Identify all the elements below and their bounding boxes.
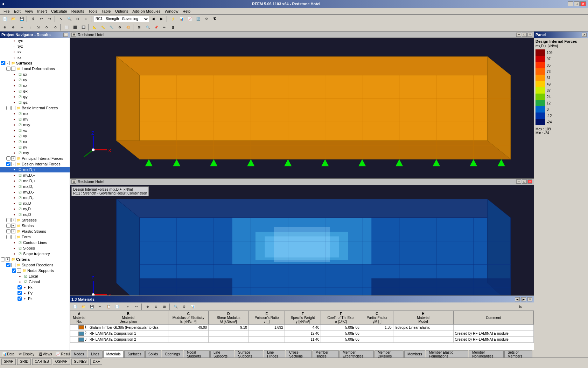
t2-8[interactable]: ⬜: [63, 24, 70, 31]
tree-item-uz[interactable]: ● ☑ uz: [0, 83, 70, 88]
tree-item-uy[interactable]: ● ☑ uy: [0, 77, 70, 83]
table-formula-btn[interactable]: fx: [517, 303, 524, 310]
tab-nodal-supports[interactable]: Nodal Supports: [184, 350, 210, 357]
tree-item-nx[interactable]: ● ☑ nx: [0, 139, 70, 144]
tree-item-plastic-strains[interactable]: + 📁 Plastic Strains: [0, 229, 70, 234]
expand-basic-if[interactable]: -: [11, 106, 15, 110]
tree-item-mxdm[interactable]: ● ☑ mx,D,-: [0, 184, 70, 189]
t2-10[interactable]: 🔲: [79, 24, 87, 31]
cb-nodal-supports[interactable]: [12, 268, 16, 273]
cb-design-if[interactable]: [6, 162, 10, 166]
new-btn[interactable]: 📄: [1, 15, 9, 22]
expand-support-reactions[interactable]: -: [11, 263, 15, 267]
tree-item-strains[interactable]: + 📁 Strains: [0, 223, 70, 229]
tree-item-mxy[interactable]: ● ☑ mxy: [0, 122, 70, 128]
table-tb13[interactable]: ⚙: [180, 303, 188, 310]
t2-15[interactable]: 🔆: [124, 24, 132, 31]
t2-13[interactable]: 🔧: [107, 24, 115, 31]
menu-tools[interactable]: Tools: [86, 8, 99, 14]
cb-py[interactable]: [18, 291, 22, 295]
t2-4[interactable]: ↕: [26, 24, 34, 31]
table-tb11[interactable]: ⊞: [161, 303, 168, 310]
menu-window[interactable]: Window: [162, 8, 180, 14]
expand-criteria[interactable]: +: [6, 257, 10, 261]
tree-item-mydp[interactable]: ● ☑ my,D,+: [0, 172, 70, 178]
tab-member-nonlinear[interactable]: Member Nonlinearities: [469, 350, 504, 357]
cb-stresses[interactable]: [6, 218, 10, 222]
nav-tab-views[interactable]: 🖼 Views: [36, 352, 54, 357]
table-tb12[interactable]: 🔍: [172, 303, 180, 310]
cb-px[interactable]: [18, 285, 22, 289]
navigator-close-btn[interactable]: ✕: [63, 33, 68, 37]
tb10[interactable]: 🔢: [194, 15, 202, 22]
menu-results[interactable]: Results: [69, 8, 86, 14]
table-row-3[interactable]: 3 RF-LAMINATE Composition 2 11.40 5.00E-…: [70, 336, 534, 342]
undo-btn[interactable]: ↩: [37, 15, 45, 22]
tree-item-vy[interactable]: ● ☑ vy: [0, 133, 70, 139]
table-scroll-right[interactable]: ▶: [521, 297, 526, 301]
tree-item-mx[interactable]: ● ☑ mx: [0, 111, 70, 116]
cb-basic-if[interactable]: [6, 106, 10, 110]
tb8[interactable]: 📊: [177, 15, 185, 22]
table-tb5[interactable]: 📋: [105, 303, 112, 310]
tree-item-ncd[interactable]: ● ☑ nc,D: [0, 212, 70, 217]
tab-lines[interactable]: Lines: [88, 350, 103, 357]
t2-3[interactable]: ↔: [18, 24, 26, 31]
expand-local-def[interactable]: -: [11, 67, 15, 71]
tree-item-my[interactable]: ● ☑ my: [0, 116, 70, 122]
tab-surface-supports[interactable]: Surface Supports: [235, 350, 263, 357]
tree-item-pz[interactable]: ● Pz: [0, 296, 70, 301]
select-btn[interactable]: ↖: [57, 15, 65, 22]
print-btn[interactable]: 🖨: [29, 15, 37, 22]
status-osnap-btn[interactable]: OSNAP: [53, 359, 70, 365]
t2-5[interactable]: ⇲: [35, 24, 42, 31]
close-button[interactable]: ✕: [580, 1, 586, 6]
tree-item-surfaces[interactable]: - 📁 Surfaces: [0, 60, 70, 66]
menu-calculate[interactable]: Calculate: [49, 8, 69, 14]
table-row-1[interactable]: 1 Glulam Timber GL38h (Perpendicular to …: [70, 325, 534, 330]
minimize-button[interactable]: ─: [568, 1, 573, 6]
table-tb2[interactable]: 📂: [79, 303, 87, 310]
view-bottom-min-btn[interactable]: ─: [516, 179, 521, 184]
tree-item-vx[interactable]: ● ☑ vx: [0, 128, 70, 133]
tab-openings[interactable]: Openings: [162, 350, 183, 357]
expand-design-if[interactable]: -: [11, 162, 15, 166]
tab-members[interactable]: Members: [404, 350, 425, 357]
tree-item-mxdp[interactable]: ● ☑ mx,D,+: [0, 167, 70, 172]
menu-help[interactable]: Help: [181, 8, 193, 14]
tree-item-basic-if[interactable]: - 📁 Basic Internal Forces: [0, 105, 70, 111]
tab-nodes[interactable]: Nodes: [71, 350, 87, 357]
tree-item-phiy[interactable]: ● ☑ φy: [0, 94, 70, 100]
cb-form[interactable]: [6, 235, 10, 239]
cb-surfaces[interactable]: [1, 61, 5, 65]
table-tb8[interactable]: ↪: [133, 303, 140, 310]
tree-item-form[interactable]: - 📁 Form: [0, 234, 70, 240]
menu-table[interactable]: Table: [99, 8, 113, 14]
tab-surfaces[interactable]: Surfaces: [124, 350, 144, 357]
tb12[interactable]: 🏗: [211, 15, 219, 22]
tree-item-kx[interactable]: ○ κx: [0, 49, 70, 55]
table-close-btn[interactable]: ✕: [527, 297, 532, 301]
cb-support-reactions[interactable]: [6, 263, 10, 267]
tree-item-ux[interactable]: ● ☑ ux: [0, 71, 70, 77]
tab-member-elastic[interactable]: Member Elastic Foundations: [426, 350, 468, 357]
t2-9[interactable]: ⬛: [71, 24, 79, 31]
expand-form[interactable]: -: [11, 235, 15, 239]
zoom-window-btn[interactable]: ⊡: [74, 15, 82, 22]
tab-member-divisions[interactable]: Member Divisions: [374, 350, 404, 357]
tree-item-mcdp[interactable]: ● ☑ mc,D,+: [0, 178, 70, 184]
maximize-button[interactable]: □: [574, 1, 580, 6]
table-tb9[interactable]: ⊕: [144, 303, 152, 310]
tree-item-design-if[interactable]: - 📁 Design Internal Forces: [0, 161, 70, 167]
tree-item-nodal-supports[interactable]: - 📁 Nodal Supports: [0, 268, 70, 273]
view-bottom-max-btn[interactable]: □: [522, 179, 527, 184]
tree-item-kz[interactable]: ○ κz: [0, 55, 70, 60]
tree-item-local-deformations[interactable]: - 📁 Local Deformations: [0, 66, 70, 71]
view-top-min-btn[interactable]: ─: [516, 33, 521, 37]
zoom-btn[interactable]: 🔍: [65, 15, 73, 22]
t2-7[interactable]: ⟲: [51, 24, 59, 31]
open-btn[interactable]: 📂: [9, 15, 17, 22]
view-top-max-btn[interactable]: □: [522, 33, 527, 37]
table-tb10[interactable]: ⊖: [152, 303, 160, 310]
cb-pz[interactable]: [18, 297, 22, 301]
